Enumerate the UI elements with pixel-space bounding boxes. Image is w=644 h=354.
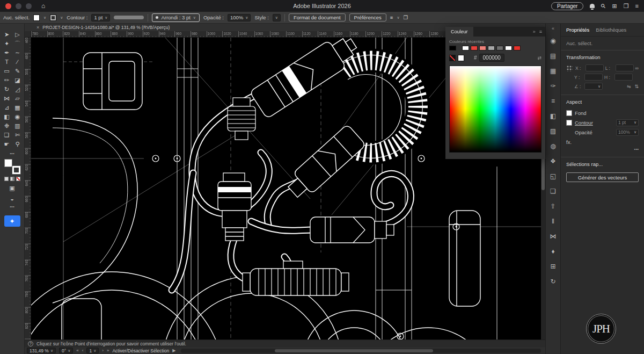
scale-tool[interactable]: ◿: [15, 85, 19, 94]
screen-mode-icon[interactable]: ◒: [10, 196, 14, 202]
vertical-scrollbar-thumb[interactable]: [541, 156, 545, 190]
draw-mode-icon[interactable]: ▣: [9, 185, 14, 192]
graph-tool[interactable]: ▥: [14, 121, 20, 131]
stroke-indicator[interactable]: [12, 166, 20, 174]
rotation-dropdown[interactable]: 0° ∨: [59, 348, 73, 353]
window-minimize-button[interactable]: [16, 3, 21, 9]
home-icon[interactable]: ⌂: [41, 2, 45, 10]
selection-tool[interactable]: ➤: [4, 30, 9, 39]
eraser-tool[interactable]: ◪: [14, 76, 20, 85]
gradient-panel-icon[interactable]: ◧: [550, 109, 556, 124]
tab-properties[interactable]: Propriétés: [566, 27, 589, 33]
artboard-tool[interactable]: ❏: [4, 131, 10, 140]
recent-color-swatch[interactable]: [471, 46, 478, 50]
gradient-tool[interactable]: ◧: [4, 112, 9, 121]
previous-artboard-icon[interactable]: ‹: [82, 348, 84, 353]
libraries-panel-icon[interactable]: ⊞: [550, 259, 555, 274]
zoom-level-dropdown[interactable]: 131,49 % ∨: [27, 348, 56, 353]
fill-indicator[interactable]: [4, 159, 12, 167]
menu-icon[interactable]: ≡: [635, 3, 639, 9]
artboards-panel-icon[interactable]: ❏: [550, 184, 556, 199]
hex-value-input[interactable]: 000000: [479, 54, 504, 62]
none-color-swatch[interactable]: [449, 55, 456, 61]
recent-color-swatch[interactable]: [496, 46, 503, 50]
arrange-documents-icon[interactable]: ❐: [404, 15, 408, 20]
height-field[interactable]: [614, 74, 633, 81]
recent-color-swatch[interactable]: [479, 46, 486, 50]
shift-color-mode-icon[interactable]: ⇄: [537, 55, 541, 61]
none-mode-icon[interactable]: [16, 177, 20, 181]
width-field[interactable]: [616, 64, 634, 71]
line-tool[interactable]: ∕: [17, 57, 18, 67]
stroke-link[interactable]: Contour: [575, 120, 593, 126]
apps-grid-icon[interactable]: ⊞: [612, 3, 617, 10]
type-tool[interactable]: T: [5, 57, 9, 67]
more-options-icon[interactable]: •••: [634, 147, 639, 153]
play-icon[interactable]: ▶: [172, 348, 175, 353]
status-display-dropdown[interactable]: Activer/Désactiver Sélection: [112, 348, 169, 353]
x-field[interactable]: [586, 64, 604, 71]
variable-width-profile-preview[interactable]: [114, 16, 144, 19]
expand-panels-icon[interactable]: «: [552, 26, 554, 33]
next-artboard-icon[interactable]: ›: [102, 348, 104, 353]
mesh-tool[interactable]: ▦: [14, 103, 20, 112]
horizontal-scrollbar[interactable]: [181, 349, 541, 353]
gradient-mode-icon[interactable]: [10, 177, 14, 181]
brushes-panel-icon[interactable]: ✑: [550, 78, 555, 93]
flip-horizontal-icon[interactable]: ⇋: [627, 84, 631, 89]
lasso-tool[interactable]: ⌒: [14, 39, 20, 48]
paintbrush-tool[interactable]: ✎: [15, 67, 20, 76]
slice-tool[interactable]: ✄: [15, 131, 20, 140]
first-artboard-icon[interactable]: «: [76, 348, 78, 353]
tab-libraries[interactable]: Bibliothèques: [596, 27, 626, 33]
shape-builder-panel-icon[interactable]: ⋈: [550, 229, 557, 244]
tab-color[interactable]: Couleur: [445, 27, 473, 37]
document-tab-title[interactable]: PROJET-DESIGN-1-1425x1080.ai* @ 131,49 %…: [42, 25, 170, 30]
chevron-down-icon[interactable]: ∨: [43, 16, 46, 20]
perspective-grid-tool[interactable]: ⊿: [4, 103, 9, 112]
close-document-icon[interactable]: ×: [36, 25, 39, 30]
pathfinder-panel-icon[interactable]: ◱: [550, 169, 556, 184]
swatches-panel-icon[interactable]: ▦: [550, 63, 556, 78]
link-dimensions-icon[interactable]: ∞: [635, 66, 639, 71]
angle-field[interactable]: ∨: [584, 83, 603, 90]
brush-definition-dropdown[interactable]: Arrondi : 3 pt ∨: [152, 13, 200, 22]
color-panel-icon[interactable]: ◉: [550, 33, 555, 48]
recent-color-swatch[interactable]: [514, 46, 521, 50]
collapse-panel-icon[interactable]: »: [533, 29, 536, 34]
history-panel-icon[interactable]: ↻: [550, 274, 555, 289]
y-field[interactable]: [584, 74, 603, 81]
pencil-tool[interactable]: ✏: [4, 76, 9, 85]
zoom-tool[interactable]: ⚲: [15, 140, 19, 149]
toolbar-more-button[interactable]: •••: [10, 204, 14, 209]
width-tool[interactable]: ⋈: [4, 94, 10, 103]
white-color-swatch[interactable]: [458, 55, 464, 61]
reference-point-selector[interactable]: [566, 65, 573, 71]
stroke-weight-dropdown[interactable]: 1 pt ∨: [91, 14, 110, 21]
appearance-panel-icon[interactable]: ◍: [550, 139, 555, 154]
hand-tool[interactable]: ☛: [4, 140, 10, 149]
eyedropper-tool[interactable]: ◉: [15, 112, 20, 121]
active-tool-highlight[interactable]: ✦: [4, 215, 20, 227]
panel-menu-icon[interactable]: ≡: [539, 29, 542, 34]
last-artboard-icon[interactable]: »: [107, 348, 109, 353]
window-close-button[interactable]: [5, 3, 11, 9]
share-button[interactable]: Partager: [551, 2, 583, 10]
stroke-weight-dropdown[interactable]: 1 pt ∨: [616, 119, 639, 126]
symbol-sprayer-tool[interactable]: ❉: [4, 121, 9, 131]
stroke-swatch[interactable]: [566, 120, 572, 126]
arrange-windows-icon[interactable]: ❐: [624, 3, 629, 10]
free-transform-tool[interactable]: ▱: [15, 94, 19, 103]
direct-selection-tool[interactable]: ▷: [15, 30, 19, 39]
horizontal-scrollbar-thumb[interactable]: [275, 349, 433, 352]
recent-color-swatch[interactable]: [462, 46, 469, 50]
rectangle-tool[interactable]: ▭: [4, 67, 9, 76]
fx-button[interactable]: fx.: [566, 139, 572, 145]
stroke-color-swatch[interactable]: [50, 15, 56, 21]
fill-stroke-indicator[interactable]: [4, 159, 20, 174]
rotate-tool[interactable]: ↻: [4, 85, 9, 94]
document-setup-button[interactable]: Format de document: [289, 13, 346, 21]
color-spectrum-picker[interactable]: [449, 66, 541, 153]
opacity-dropdown[interactable]: 100% ∨: [228, 14, 251, 21]
window-zoom-button[interactable]: [26, 3, 32, 9]
